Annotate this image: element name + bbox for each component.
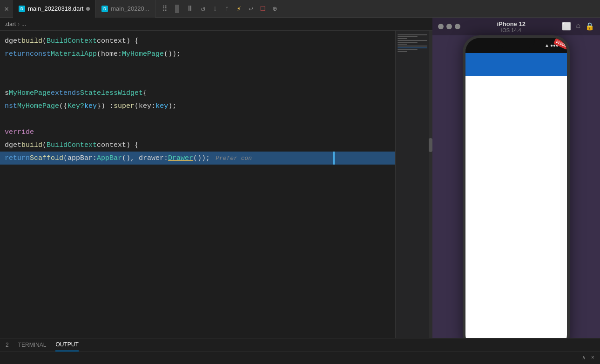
refresh-icon[interactable]: ↺ <box>199 3 208 14</box>
dart-icon-2: D <box>101 6 108 12</box>
token: key <box>155 102 168 110</box>
tab-label-1: main_20220318.dart <box>28 5 83 12</box>
token: build <box>21 37 42 45</box>
token: MaterialApp <box>51 50 97 58</box>
minimap-line <box>398 38 407 39</box>
tab-number[interactable]: 2 <box>6 338 9 351</box>
tab-main1[interactable]: D main_20220318.dart <box>13 0 96 18</box>
grid-icon[interactable]: ⠿ <box>160 3 169 14</box>
phone-screen <box>465 76 567 338</box>
minimap-line <box>398 49 418 50</box>
device-ios: iOS 14.4 <box>497 27 525 33</box>
wifi-icon: ▲ <box>546 43 548 48</box>
toolbar-icons: ⠿ ⏸ ↺ ↓ ↑ ⚡ ↩ □ ⊕ <box>160 3 279 14</box>
token: extends <box>51 89 80 97</box>
separator-1 <box>175 5 179 13</box>
code-line-6: nst MyHomePage ({ Key? key }) : super (k… <box>0 99 395 113</box>
token: ()); <box>164 50 181 58</box>
screenshot-icon[interactable]: ⬜ <box>562 22 571 31</box>
token: MyHomePage <box>122 50 164 58</box>
token: key <box>84 102 97 110</box>
token: home: <box>101 50 122 58</box>
code-line-9: dget build ( BuildContext context) { <box>0 139 395 152</box>
breadcrumb-sep: › <box>18 21 20 27</box>
dart-icon-1: D <box>19 6 25 12</box>
token: return <box>5 50 30 58</box>
minimap-line <box>398 42 418 43</box>
minimap-line <box>398 40 427 41</box>
token: ( <box>42 141 47 149</box>
code-line-2: return const MaterialApp ( home: MyHomeP… <box>0 47 395 60</box>
code-line-3 <box>0 60 395 73</box>
device-dot-3 <box>455 24 460 29</box>
stop-icon[interactable]: □ <box>259 4 267 14</box>
collapse-button[interactable]: ∧ <box>582 354 586 361</box>
tab-bar: ✕ D main_20220318.dart D main_20220... ⠿… <box>0 0 600 18</box>
token: ); <box>168 102 176 110</box>
minimap <box>395 31 432 338</box>
lightning-icon[interactable]: ⚡ <box>235 3 243 14</box>
search-icon[interactable]: ⊕ <box>270 3 279 14</box>
code-line-8: verride <box>0 126 395 139</box>
minimap-line <box>398 34 427 35</box>
code-editor[interactable]: dget build ( BuildContext context) { ret… <box>0 31 395 338</box>
device-body: DEBUG ▲ ●●● <box>432 35 600 338</box>
token: context) { <box>97 37 139 45</box>
upload-icon[interactable]: ↑ <box>223 4 231 14</box>
phone-frame: DEBUG ▲ ●●● <box>463 35 570 338</box>
phone-app-bar <box>465 53 567 76</box>
tab-main2[interactable]: D main_20220... <box>96 0 155 18</box>
token: BuildContext <box>47 141 97 149</box>
tab-output[interactable]: OUTPUT <box>55 338 78 351</box>
bottom-controls: ∧ × <box>0 351 600 364</box>
close-button[interactable]: ✕ <box>0 0 13 18</box>
token: return <box>5 154 30 162</box>
close-icon: ✕ <box>4 4 9 13</box>
token: (), drawer: <box>122 154 168 162</box>
tab-output-label: OUTPUT <box>55 341 78 348</box>
minimap-line <box>398 51 407 52</box>
close-panel-button[interactable]: × <box>591 355 594 361</box>
code-line-7 <box>0 113 395 126</box>
tab-label-2: main_20220... <box>111 5 149 12</box>
minimap-lines <box>398 34 431 53</box>
token: ( <box>97 50 101 58</box>
tab-terminal-label: TERMINAL <box>18 342 47 348</box>
token: verride <box>5 128 34 136</box>
token: MyHomePage <box>9 89 51 97</box>
token: super <box>114 102 135 110</box>
undo-icon[interactable]: ↩ <box>247 3 255 14</box>
home-icon[interactable]: ⌂ <box>576 22 580 31</box>
pause-icon[interactable]: ⏸ <box>184 3 196 14</box>
device-dot-1 <box>438 24 444 29</box>
editor-area: .dart › ... dget build ( BuildContext co… <box>0 18 432 338</box>
token: ({ <box>59 102 67 110</box>
token: dget <box>5 141 21 149</box>
token: (key: <box>135 102 155 110</box>
token: context) { <box>97 141 139 149</box>
scroll-handle[interactable] <box>333 152 335 165</box>
tab-terminal[interactable]: TERMINAL <box>18 338 47 351</box>
bottom-panel: 2 TERMINAL OUTPUT ∧ × <box>0 338 600 364</box>
token: MyHomePage <box>17 102 59 110</box>
token: }) : <box>97 102 114 110</box>
phone-notch <box>498 38 535 48</box>
token: build <box>21 141 42 149</box>
lock-icon[interactable]: 🔒 <box>585 22 594 31</box>
tab-number-label: 2 <box>6 342 9 348</box>
token: (appBar: <box>63 154 97 162</box>
token: Drawer <box>168 154 193 162</box>
download-icon[interactable]: ↓ <box>211 4 219 14</box>
token: Key? <box>67 102 84 110</box>
minimap-line <box>398 46 427 46</box>
code-line-5: s MyHomePage extends StatelessWidget { <box>0 86 395 99</box>
code-line-1: dget build ( BuildContext context) { <box>0 34 395 47</box>
tab-modified-dot-1 <box>86 7 90 11</box>
breadcrumb-rest: ... <box>21 21 26 27</box>
minimap-line <box>398 44 407 45</box>
main-area: .dart › ... dget build ( BuildContext co… <box>0 18 600 338</box>
bottom-tabs: 2 TERMINAL OUTPUT <box>0 338 600 351</box>
token: BuildContext <box>47 37 97 45</box>
code-line-4 <box>0 73 395 86</box>
scroll-thumb[interactable] <box>429 138 432 152</box>
